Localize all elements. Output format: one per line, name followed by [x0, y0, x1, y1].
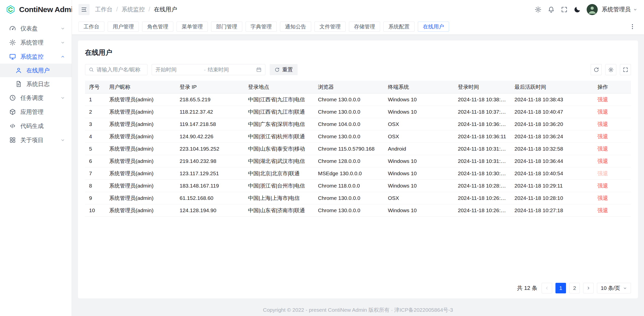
table-row: 4系统管理员(admin)124.90.42.226中国|浙江省|杭州市|联通C…	[85, 130, 631, 143]
table-row: 1系统管理员(admin)218.65.5.219中国|江西省|九江市|电信Ch…	[85, 93, 631, 106]
pagination: 共 12 条 12 10 条/页	[85, 278, 631, 293]
chevron-right-icon	[586, 286, 591, 291]
column-header-login_time: 登录时间	[454, 81, 510, 93]
cell-browser: Chrome 130.0.0.0	[314, 93, 384, 106]
user-menu[interactable]: 系统管理员	[602, 6, 637, 13]
table-row: 7系统管理员(admin)123.117.129.251中国|北京|北京市|联通…	[85, 167, 631, 179]
search-icon	[89, 67, 94, 72]
next-page-button[interactable]	[583, 283, 594, 293]
range-separator: -	[204, 66, 206, 73]
cell-browser: Chrome 115.0.5790.168	[314, 143, 384, 155]
cell-ip: 124.128.194.90	[176, 204, 244, 216]
start-time-input[interactable]	[155, 67, 202, 73]
page-button-1[interactable]: 1	[555, 283, 566, 293]
avatar[interactable]	[587, 4, 598, 15]
column-header-action: 操作	[593, 81, 631, 93]
cell-nickname: 系统管理员(admin)	[105, 204, 176, 216]
cell-login_time: 2024-11-18 10:37:17	[454, 106, 510, 118]
tab-notice[interactable]: 通知公告	[280, 22, 311, 32]
fullscreen-button[interactable]	[558, 4, 570, 15]
breadcrumb-item[interactable]: 在线用户	[154, 6, 177, 13]
app-title: ContiNew Admin	[19, 5, 77, 14]
tab-more-button[interactable]	[627, 22, 637, 32]
cell-last_active: 2024-11-18 10:40:54	[510, 167, 593, 179]
refresh-icon	[593, 67, 599, 73]
cell-login_time: 2024-11-18 10:31:19	[454, 155, 510, 167]
cell-login_time: 2024-11-18 10:38:39	[454, 93, 510, 106]
cell-index: 10	[85, 204, 105, 216]
tab-system-config[interactable]: 系统配置	[383, 22, 415, 32]
breadcrumb-item[interactable]: 工作台	[95, 6, 112, 13]
sidebar: ContiNew Admin 仪表盘系统管理系统监控在线用户系统日志任务调度应用…	[0, 0, 72, 316]
tab-workbench[interactable]: 工作台	[78, 22, 104, 32]
page-button-2[interactable]: 2	[569, 283, 580, 293]
cell-action: 强退	[593, 143, 631, 155]
tab-online-user[interactable]: 在线用户	[418, 22, 449, 32]
collapse-sidebar-button[interactable]	[78, 4, 90, 15]
force-logout-link[interactable]: 强退	[597, 170, 608, 176]
table-fullscreen-button[interactable]	[620, 64, 631, 75]
tab-user-management[interactable]: 用户管理	[108, 22, 139, 32]
column-header-nickname: 用户昵称	[105, 81, 176, 93]
cell-action: 强退	[593, 192, 631, 204]
date-range-picker[interactable]: -	[152, 64, 265, 75]
tab-storage-management[interactable]: 存储管理	[349, 22, 380, 32]
cell-browser: Chrome 130.0.0.0	[314, 106, 384, 118]
sidebar-item-dashboard[interactable]: 仪表盘	[0, 21, 72, 35]
cell-location: 中国|上海|上海市|电信	[244, 192, 314, 204]
sidebar-item-label: 系统管理	[20, 39, 44, 47]
sidebar-subitem-label: 系统日志	[26, 80, 50, 88]
force-logout-link[interactable]: 强退	[597, 195, 608, 201]
sidebar-item-about-project[interactable]: 关于项目	[0, 133, 72, 147]
force-logout-link[interactable]: 强退	[597, 97, 608, 102]
table-settings-button[interactable]	[605, 64, 616, 75]
sidebar-item-app-management[interactable]: 应用管理	[0, 105, 72, 119]
page-size-select[interactable]: 10 条/页	[597, 283, 631, 293]
sidebar-item-task-schedule[interactable]: 任务调度	[0, 91, 72, 105]
reset-button[interactable]: 重置	[270, 64, 298, 75]
dark-mode-toggle[interactable]	[572, 4, 583, 15]
table-row: 10系统管理员(admin)124.128.194.90中国|山东省|济南市|联…	[85, 204, 631, 216]
breadcrumb-item[interactable]: 系统监控	[122, 6, 145, 13]
sidebar-item-code-generation[interactable]: 代码生成	[0, 119, 72, 133]
sidebar-subitem-system-log[interactable]: 系统日志	[0, 77, 72, 91]
notifications-button[interactable]	[545, 4, 557, 15]
tab-dept-management[interactable]: 部门管理	[211, 22, 242, 32]
sidebar-item-label: 应用管理	[20, 108, 44, 116]
page-size-value: 10 条/页	[601, 285, 620, 292]
cell-login_time: 2024-11-18 10:30:47	[454, 167, 510, 179]
settings-button[interactable]	[532, 4, 544, 15]
sidebar-subitem-online-user[interactable]: 在线用户	[0, 64, 72, 77]
table-row: 6系统管理员(admin)219.140.232.98中国|湖北省|武汉市|电信…	[85, 155, 631, 167]
tab-file-management[interactable]: 文件管理	[314, 22, 346, 32]
cell-index: 9	[85, 192, 105, 204]
user-name: 系统管理员	[602, 6, 631, 13]
cell-last_active: 2024-11-18 10:38:43	[510, 93, 593, 106]
cell-login_time: 2024-11-18 10:36:15	[454, 118, 510, 130]
force-logout-link[interactable]: 强退	[597, 158, 608, 164]
refresh-table-button[interactable]	[591, 64, 602, 75]
cell-nickname: 系统管理员(admin)	[105, 179, 176, 192]
sidebar-item-system-management[interactable]: 系统管理	[0, 35, 72, 50]
gear-icon	[9, 39, 16, 46]
sidebar-item-system-monitor[interactable]: 系统监控	[0, 50, 72, 64]
cell-action: 强退	[593, 130, 631, 143]
cell-action: 强退	[593, 155, 631, 167]
tab-menu-management[interactable]: 菜单管理	[177, 22, 208, 32]
force-logout-link[interactable]: 强退	[597, 133, 608, 139]
force-logout-link[interactable]: 强退	[597, 121, 608, 127]
force-logout-link[interactable]: 强退	[597, 146, 608, 152]
breadcrumb-separator: /	[116, 6, 118, 13]
search-input[interactable]	[97, 67, 144, 73]
tab-dict-management[interactable]: 字典管理	[246, 22, 277, 32]
chevron-down-icon	[60, 138, 65, 143]
cell-browser: Chrome 130.0.0.0	[314, 192, 384, 204]
force-logout-link[interactable]: 强退	[597, 183, 608, 189]
force-logout-link[interactable]: 强退	[597, 207, 608, 213]
cell-ip: 124.90.42.226	[176, 130, 244, 143]
tab-role-management[interactable]: 角色管理	[142, 22, 173, 32]
force-logout-link[interactable]: 强退	[597, 109, 608, 115]
prev-page-button[interactable]	[542, 283, 552, 293]
end-time-input[interactable]	[208, 67, 254, 73]
search-box[interactable]	[85, 64, 147, 75]
